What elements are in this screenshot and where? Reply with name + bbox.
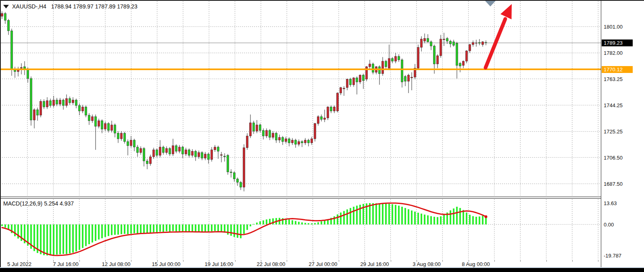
bear-candle [385,61,387,67]
bear-candle [288,139,290,143]
scale-separator [601,0,601,268]
macd-bar [263,220,264,224]
macd-bar [475,217,477,224]
macd-bar [111,224,113,235]
bear-candle [117,133,119,139]
bear-candle [27,70,29,79]
bear-candle [182,147,184,154]
bear-candle [127,141,129,145]
time-axis-label: 5 Jul 2022 [7,261,31,267]
symbol-dropdown-icon[interactable] [3,5,9,8]
macd-bar [482,216,484,224]
macd-bar [466,212,467,224]
bull-candle [346,79,348,88]
time-axis-tick [494,260,495,262]
price-scale[interactable]: 1801.001782.001763.251744.251725.251706.… [601,0,644,268]
time-axis-tick [79,260,80,262]
time-axis-tick [27,260,28,262]
macd-bar [82,224,83,248]
bull-candle [266,131,268,136]
macd-bar [156,224,158,233]
bear-candle [208,154,210,160]
macd-bar [130,224,132,234]
time-axis-label: 3 Aug 08:00 [413,261,440,267]
time-scale[interactable]: 5 Jul 20227 Jul 16:0012 Jul 08:0015 Jul … [0,260,601,268]
chart-canvas[interactable] [0,0,601,268]
macd-bar [382,203,383,224]
macd-bar [469,215,471,224]
bull-candle [369,64,371,67]
bull-candle [172,146,174,154]
bear-candle [88,115,90,121]
macd-bar [195,224,196,232]
bear-candle [63,100,65,106]
macd-bar [450,210,451,224]
macd-bar [350,208,351,224]
bear-candle [237,179,239,183]
macd-values: 5.254 4.937 [44,200,74,207]
macd-bar [166,224,167,231]
macd-bar [356,206,358,224]
macd-bar [404,208,406,224]
macd-bar [69,224,71,253]
bull-candle [140,148,142,152]
bear-candle [156,150,158,156]
bull-candle [192,151,194,155]
bull-candle [417,48,419,69]
bear-candle [217,147,219,151]
bear-candle [101,121,103,129]
macd-bar [453,208,454,224]
time-axis-tick [183,260,183,262]
bull-candle [317,116,319,123]
bear-candle [11,31,13,69]
trend-arrow[interactable] [486,4,512,68]
bottom-bar [0,268,644,272]
bear-candle [456,43,458,65]
bear-candle [50,101,52,106]
price-axis-label: 1744.25 [604,102,623,108]
time-axis-tick [261,260,261,262]
bull-candle [443,39,445,40]
macd-bar [411,210,413,224]
bear-candle [372,64,374,73]
macd-label: MACD(12,26,9) 5.254 4.937 [3,200,74,207]
bull-candle [204,154,206,158]
bull-candle [98,121,100,127]
macd-bar [227,224,229,235]
candles [1,11,487,191]
macd-bar [56,224,58,255]
bull-candle [214,147,216,150]
bull-candle [311,139,313,143]
bear-candle [259,125,261,131]
bear-candle [75,100,77,106]
time-axis-label: 12 Jul 08:00 [102,261,131,267]
bear-candle [295,140,297,144]
time-axis-tick [417,260,417,262]
bull-candle [185,150,187,154]
macd-bar [372,203,374,224]
macd-bar [424,214,425,224]
chart-frame: XAUUSD-,H4 1788.94 1789.97 1787.89 1789.… [0,0,601,268]
bull-candle [243,148,245,187]
bull-candle [324,118,326,119]
bull-candle [292,140,294,143]
bear-candle [485,43,487,43]
time-axis-label: 7 Jul 16:00 [53,261,79,267]
macd-bar [46,224,48,255]
macd-bar [1,224,3,226]
macd-bar [427,215,429,224]
macd-bar [75,224,77,251]
bull-candle [327,107,329,118]
macd-bar [88,224,90,244]
time-axis-tick [53,260,54,262]
macd-bar [185,224,187,232]
macd-bar [295,221,296,224]
macd-bar [246,224,248,230]
chart-shift-marker-icon[interactable] [485,1,496,6]
bear-candle [401,60,403,82]
macd-bar [14,224,16,236]
bear-candle [108,124,110,131]
bull-candle [21,67,23,68]
bear-candle [350,79,352,85]
bull-candle [221,155,223,156]
